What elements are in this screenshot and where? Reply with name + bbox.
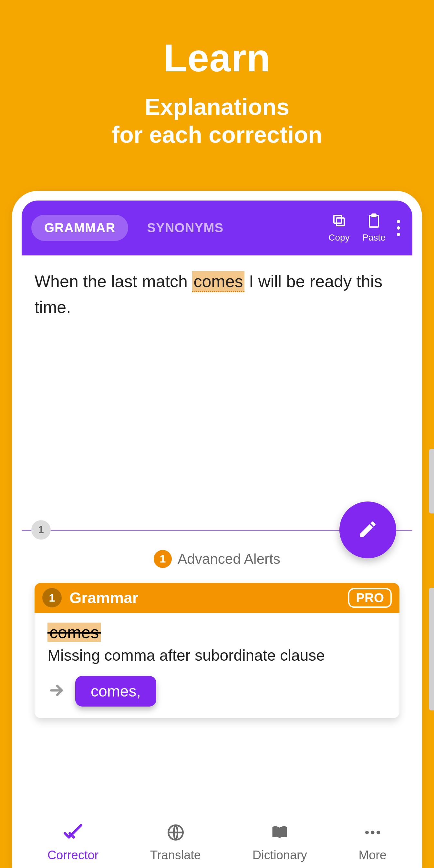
svg-point-5 bbox=[365, 831, 369, 834]
promo-subtitle: Explanations for each correction bbox=[112, 93, 322, 149]
paste-label: Paste bbox=[362, 232, 385, 243]
pro-badge: PRO bbox=[348, 588, 392, 608]
svg-point-7 bbox=[376, 831, 380, 834]
card-header: 1 Grammar PRO bbox=[35, 583, 399, 613]
svg-rect-3 bbox=[372, 214, 376, 217]
copy-button[interactable]: Copy bbox=[324, 213, 353, 243]
svg-rect-1 bbox=[334, 215, 342, 223]
correction-card: 1 Grammar PRO comes Missing comma after … bbox=[35, 583, 399, 718]
suggestion-button[interactable]: comes, bbox=[75, 676, 156, 707]
arrow-right-icon bbox=[48, 681, 66, 701]
card-number: 1 bbox=[42, 588, 62, 608]
overflow-menu[interactable] bbox=[394, 220, 403, 236]
bottom-nav: Corrector Translate Dictionary More bbox=[22, 813, 412, 868]
nav-more[interactable]: More bbox=[359, 823, 387, 862]
original-word: comes bbox=[48, 623, 101, 642]
more-icon bbox=[363, 823, 382, 845]
svg-rect-0 bbox=[337, 218, 344, 226]
phone-frame: GRAMMAR SYNONYMS Copy Paste When the las bbox=[12, 191, 422, 868]
promo-title: Learn bbox=[112, 35, 322, 80]
explanation-text: Missing comma after subordinate clause bbox=[48, 647, 386, 664]
highlighted-word[interactable]: comes bbox=[192, 271, 244, 292]
side-indicator bbox=[429, 588, 434, 710]
nav-corrector[interactable]: Corrector bbox=[48, 823, 98, 862]
side-indicator bbox=[429, 449, 434, 514]
card-category: Grammar bbox=[69, 589, 340, 607]
nav-dictionary[interactable]: Dictionary bbox=[252, 823, 307, 862]
copy-label: Copy bbox=[329, 232, 349, 243]
tab-synonyms[interactable]: SYNONYMS bbox=[134, 215, 237, 241]
alerts-count: 1 bbox=[154, 550, 172, 568]
edit-fab[interactable] bbox=[339, 501, 396, 558]
book-icon bbox=[270, 823, 289, 845]
issue-count-badge: 1 bbox=[31, 520, 51, 539]
pencil-icon bbox=[358, 519, 378, 541]
clipboard-icon bbox=[366, 213, 382, 230]
editor-text[interactable]: When the last match comes I will be read… bbox=[22, 255, 412, 530]
svg-point-6 bbox=[371, 831, 374, 834]
globe-icon bbox=[166, 823, 185, 845]
check-icon bbox=[63, 823, 83, 845]
alerts-label: Advanced Alerts bbox=[178, 551, 280, 567]
app-header: GRAMMAR SYNONYMS Copy Paste bbox=[22, 200, 412, 255]
copy-icon bbox=[331, 213, 347, 230]
issue-divider: 1 bbox=[22, 530, 412, 531]
nav-translate[interactable]: Translate bbox=[150, 823, 201, 862]
tab-grammar[interactable]: GRAMMAR bbox=[31, 215, 128, 241]
promo-text: Learn Explanations for each correction bbox=[112, 35, 322, 149]
paste-button[interactable]: Paste bbox=[360, 213, 389, 243]
